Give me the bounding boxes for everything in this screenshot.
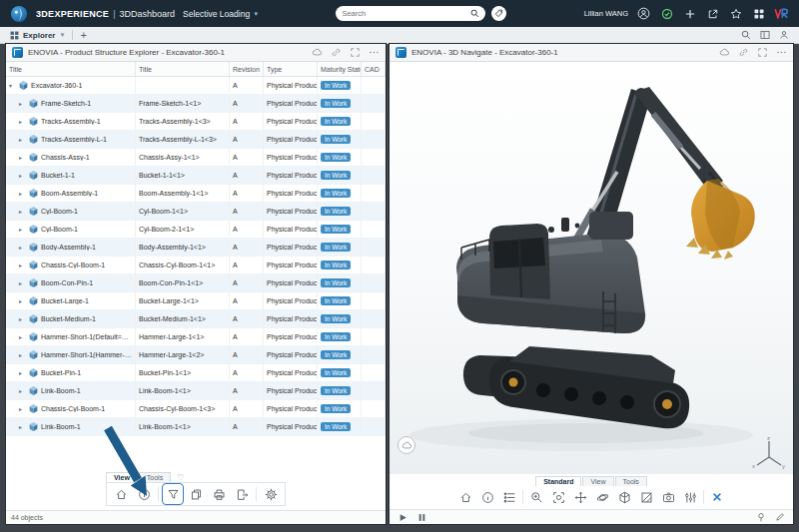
3d-viewport[interactable]: z x y [390,62,793,474]
camera-icon[interactable] [659,488,677,506]
status-online-icon[interactable] [659,6,674,21]
copy-icon[interactable] [187,485,205,503]
gear-icon[interactable] [262,485,280,503]
chevron-down-icon[interactable]: ▼ [59,32,65,38]
favorites-heart-icon[interactable]: ♡ [177,473,184,482]
close-x-icon[interactable] [708,488,726,506]
cloud-icon[interactable] [718,47,730,59]
column-title-tree[interactable]: Title [6,62,136,76]
selective-loading-menu[interactable]: Selective Loading ▼ [183,9,259,19]
table-row-root[interactable]: Excavator-360-1 A Physical Product In Wo… [6,77,386,95]
expand-caret-icon[interactable] [19,190,26,197]
table-row[interactable]: Hammer-Short-1(Default=As Machined) Hamm… [6,328,386,346]
iso-view-icon[interactable] [615,488,633,506]
table-row[interactable]: Boom-Assembly-1 Boom-Assembly-1<1> A Phy… [6,185,386,203]
expand-caret-icon[interactable] [19,226,26,233]
zoom-in-icon[interactable] [527,488,545,506]
global-search[interactable] [336,6,485,21]
print-icon[interactable] [210,485,228,503]
search-icon[interactable] [470,9,479,18]
expand-caret-icon[interactable] [9,82,16,89]
table-row[interactable]: Body-Assembly-1 Body-Assembly-1<1> A Phy… [6,239,386,257]
table-row[interactable]: Bucket-Medium-1 Bucket-Medium-1<1> A Phy… [6,310,386,328]
expand-caret-icon[interactable] [19,118,26,125]
table-row[interactable]: Cyl-Boom-1 Cyl-Boom-2-1<1> A Physical Pr… [6,221,386,239]
expand-caret-icon[interactable] [19,423,26,430]
play-icon[interactable] [397,511,408,523]
table-row[interactable]: Chassis-Cyl-Boom-1 Chassis-Cyl-Boom-1<3>… [6,400,386,418]
toolbar-tab-view[interactable]: View [106,472,138,482]
pause-icon[interactable] [415,511,427,523]
3dexperience-compass-logo-icon[interactable] [10,5,28,23]
column-title[interactable]: Title [136,62,230,76]
link-icon[interactable] [737,47,749,59]
expand-caret-icon[interactable] [19,154,26,161]
toolbar-tab-tools[interactable]: Tools [615,476,647,486]
section-icon[interactable] [637,488,655,506]
expand-icon[interactable] [349,47,361,59]
pin-icon[interactable] [755,511,767,523]
orbit-icon[interactable] [593,488,611,506]
tag-button[interactable] [491,6,506,21]
cloud-icon[interactable] [311,47,323,59]
column-maturity-state[interactable]: Maturity State [318,62,362,76]
layout-icon[interactable] [760,30,770,40]
table-row[interactable]: Chassis-Cyl-Boom-1 Chassis-Cyl-Boom-1<1>… [6,257,386,274]
user-name[interactable]: Lillian WANG [584,9,628,18]
expand-caret-icon[interactable] [19,136,26,143]
expand-caret-icon[interactable] [19,351,26,358]
excavator-model[interactable] [390,62,793,474]
pan-icon[interactable] [571,488,589,506]
table-row[interactable]: Cyl-Boom-1 Cyl-Boom-1<1> A Physical Prod… [6,203,386,221]
search-icon[interactable] [741,30,751,40]
table-row[interactable]: Link-Boom-1 Link-Boom-1<1> A Physical Pr… [6,382,386,400]
expand-caret-icon[interactable] [19,297,26,304]
expand-caret-icon[interactable] [19,244,26,251]
expand-icon[interactable] [756,47,768,59]
table-row[interactable]: Tracks-Assembly-1 Tracks-Assembly-1<3> A… [6,113,386,131]
zoom-fit-icon[interactable] [549,488,567,506]
table-row[interactable]: Link-Boom-1 Link-Boom-1<1> A Physical Pr… [6,418,386,436]
table-row[interactable]: Chassis-Assy-1 Chassis-Assy-1<1> A Physi… [6,149,386,167]
filter-icon[interactable] [164,485,182,503]
toolbar-tab-standard[interactable]: Standard [535,476,581,486]
table-row[interactable]: Bucket-Pin-1 Bucket-Pin-1<1> A Physical … [6,364,386,382]
expand-caret-icon[interactable] [19,387,26,394]
table-row[interactable]: Bucket-1-1 Bucket-1-1<1> A Physical Prod… [6,167,386,185]
expand-caret-icon[interactable] [19,208,26,215]
toolbar-tab-tools[interactable]: Tools [139,472,171,482]
link-icon[interactable] [330,47,342,59]
expand-caret-icon[interactable] [19,405,26,412]
avatar-icon[interactable] [636,6,651,21]
home-icon[interactable] [112,485,130,503]
share-icon[interactable] [705,6,720,21]
expand-caret-icon[interactable] [19,262,26,268]
add-icon[interactable] [682,6,697,21]
star-icon[interactable] [728,6,743,21]
column-cad[interactable]: CAD [362,62,386,76]
more-icon[interactable] [368,47,380,59]
settings-sliders-icon[interactable] [681,488,699,506]
info-icon[interactable] [135,485,153,503]
tab-explorer[interactable]: Explorer ▼ [10,31,65,40]
table-row[interactable]: Tracks-Assembly-L-1 Tracks-Assembly-L-1<… [6,131,386,149]
table-row[interactable]: Bucket-Large-1 Bucket-Large-1<1> A Physi… [6,292,386,310]
model-tree-icon[interactable] [500,488,518,506]
pen-icon[interactable] [774,511,786,523]
info-icon[interactable] [478,488,496,506]
cloud-status-button[interactable] [398,436,415,454]
home-icon[interactable] [456,488,474,506]
column-revision[interactable]: Revision [230,62,264,76]
toolbar-tab-view[interactable]: View [582,476,613,486]
export-icon[interactable] [233,485,251,503]
table-row[interactable]: Frame-Sketch-1 Frame-Sketch-1<1> A Physi… [6,95,386,113]
expand-caret-icon[interactable] [19,100,26,107]
table-row[interactable]: Hammer-Short-1(Hammer-Long=As Mac... Ham… [6,346,386,364]
person-icon[interactable] [779,30,789,40]
vr-logo-icon[interactable] [774,6,789,21]
expand-caret-icon[interactable] [19,315,26,322]
expand-caret-icon[interactable] [19,369,26,376]
expand-caret-icon[interactable] [19,333,26,340]
table-row[interactable]: Boom-Con-Pin-1 Boom-Con-Pin-1<1> A Physi… [6,274,386,292]
add-tab-button[interactable]: + [80,30,86,41]
